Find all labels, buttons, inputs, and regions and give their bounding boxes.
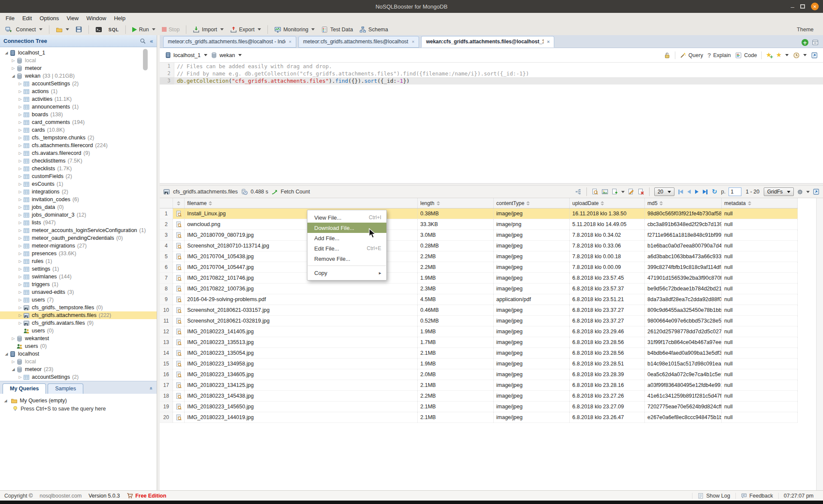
tree-toggle-icon[interactable]: ◢ (10, 74, 16, 78)
cell-preview[interactable] (173, 230, 185, 240)
tree-toggle-icon[interactable]: ▷ (17, 174, 23, 178)
tree-toggle-icon[interactable]: ▷ (17, 205, 23, 209)
view-mode-select[interactable]: GridFs (764, 187, 794, 196)
new-tab-button[interactable]: + (802, 39, 808, 46)
tree-toggle-icon[interactable]: ▷ (17, 105, 23, 109)
header-preview[interactable] (173, 198, 185, 208)
tree-toggle-icon[interactable]: ▷ (17, 151, 23, 155)
tab-samples[interactable]: Samples (48, 383, 83, 394)
breadcrumb-connection[interactable]: localhost_1 (165, 52, 207, 58)
tree-toggle-icon[interactable]: ▷ (17, 236, 23, 240)
tree-toggle-icon[interactable]: ▷ (17, 190, 23, 194)
tree-toggle-icon[interactable]: ▷ (17, 244, 23, 248)
document-tab[interactable]: meteor:cfs_gridfs.attachments.files@loca… (298, 36, 419, 48)
tree-toggle-icon[interactable]: ▷ (10, 58, 16, 63)
run-button[interactable]: Run (131, 26, 157, 33)
tree-item[interactable]: ◢ wekan (33 | 0.21GB) (0, 72, 157, 80)
add-document-button[interactable] (611, 188, 625, 195)
table-row[interactable]: 15 IMG_20180223_134958.jpg 1.9MB image/j… (160, 359, 798, 369)
monitoring-button[interactable]: Monitoring (273, 25, 316, 34)
preview-file-icon[interactable] (176, 296, 182, 303)
tree-item[interactable]: ▷ announcements (1) (0, 103, 157, 111)
tree-item[interactable]: ▷ accountSettings (2) (0, 80, 157, 88)
tree-toggle-icon[interactable]: ▷ (17, 375, 23, 379)
tree-item[interactable]: ▷ invitation_codes (6) (0, 196, 157, 203)
tree-toggle-icon[interactable]: ▷ (17, 259, 23, 263)
header-length[interactable]: length (418, 198, 494, 208)
table-row[interactable]: 19 IMG_20180223_145650.jpg 2.1MB image/j… (160, 401, 798, 412)
sql-button[interactable]: SQL (107, 26, 121, 33)
tree-toggle-icon[interactable]: ▷ (17, 251, 23, 256)
tree-item[interactable]: ▷ accountSettings (2) (0, 373, 157, 381)
tree-item[interactable]: ▷ integrations (2) (0, 188, 157, 196)
tree-toggle-icon[interactable]: ▷ (17, 290, 23, 294)
maximize-button[interactable] (800, 4, 805, 9)
preview-file-icon[interactable] (176, 329, 182, 335)
tree-toggle-icon[interactable]: ▷ (17, 282, 23, 287)
tree-item[interactable]: ◢ meteor (23) (0, 365, 157, 373)
close-tab-icon[interactable]: × (289, 39, 292, 44)
table-row[interactable]: 9 2016-04-29-solving-problems.pdf 4.5MB … (160, 294, 798, 305)
cell-preview[interactable] (173, 401, 185, 412)
tree-item[interactable]: ◢ localhost_1 (0, 49, 157, 57)
tree-toggle-icon[interactable]: ◢ (3, 398, 9, 403)
context-menu-item[interactable]: View File... Ctrl+I (307, 212, 386, 223)
cell-preview[interactable] (173, 208, 185, 219)
tree-toggle-icon[interactable]: ▷ (17, 267, 23, 271)
tree-item[interactable]: ▷ users (7) (0, 296, 157, 304)
preview-file-icon[interactable] (176, 382, 182, 389)
tree-item[interactable]: ▷ meteor (0, 64, 157, 72)
tree-item[interactable]: ▷ swimlanes (144) (0, 273, 157, 281)
collapse-panel-icon[interactable]: « (149, 386, 155, 390)
tree-item[interactable]: ▷ cfs.attachments.filerecord (224) (0, 142, 157, 149)
preview-file-icon[interactable] (176, 350, 182, 356)
tree-toggle-icon[interactable]: ▷ (17, 197, 23, 202)
tree-item[interactable]: ▷ settings (1) (0, 265, 157, 273)
tree-item[interactable]: ▷ cfs_gridfs.avatars.files (9) (0, 319, 157, 327)
tree-item[interactable]: ▷ activities (11.1K) (0, 95, 157, 103)
preview-file-icon[interactable] (176, 264, 182, 271)
tree-toggle-icon[interactable]: ▷ (17, 81, 23, 86)
table-row[interactable]: 8 IMG_20170822_100736.jpg 2.3MB image/jp… (160, 284, 798, 294)
cell-preview[interactable] (173, 326, 185, 337)
context-menu-item[interactable]: Copy ▸ (307, 268, 386, 278)
tree-item[interactable]: ▷ lists (947) (0, 219, 157, 226)
menu-item[interactable]: Window (82, 15, 110, 21)
tree-item[interactable]: ▷ actions (1) (0, 88, 157, 95)
tree-item[interactable]: ▷ rules (1) (0, 257, 157, 265)
tree-toggle-icon[interactable]: ◢ (3, 352, 9, 356)
preview-file-icon[interactable] (176, 211, 182, 217)
explain-button[interactable]: ? Explain (708, 52, 731, 59)
tree-item[interactable]: ▷ presences (33.6K) (0, 250, 157, 257)
add-favorite-icon[interactable]: ★+ (766, 52, 771, 58)
results-scrollbar[interactable] (816, 198, 823, 490)
tree-item[interactable]: ▷ checklistItems (7.5K) (0, 157, 157, 165)
tree-item[interactable]: ▷ cfs_gridfs.attachments.files (222) (0, 311, 157, 319)
preview-file-icon[interactable] (176, 307, 182, 314)
cell-preview[interactable] (173, 337, 185, 347)
preview-file-icon[interactable] (176, 254, 182, 260)
preview-file-icon[interactable] (176, 232, 182, 238)
table-row[interactable]: 4 Screenshot_20180710-113714.jpg 0.28MB … (160, 241, 798, 251)
table-row[interactable]: 17 IMG_20180223_134125.jpg 2.1MB image/j… (160, 380, 798, 391)
tree-toggle-icon[interactable]: ▷ (10, 336, 16, 341)
tree-toggle-icon[interactable]: ▷ (17, 305, 23, 310)
export-button[interactable]: Export (228, 25, 263, 34)
tree-toggle-icon[interactable]: ▷ (17, 120, 23, 124)
minimize-button[interactable]: – (791, 3, 794, 10)
free-edition-badge[interactable]: Free Edition (127, 492, 166, 499)
tree-item[interactable]: ▷ esCounts (1) (0, 180, 157, 188)
cell-preview[interactable] (173, 316, 185, 326)
tree-item[interactable]: ▷ meteor_accounts_loginServiceConfigurat… (0, 226, 157, 234)
tree-item[interactable]: ▷ local (0, 358, 157, 365)
tree-item[interactable]: ▷ wekantest (0, 335, 157, 342)
menu-item[interactable]: Edit (18, 15, 36, 21)
shell-button[interactable] (94, 25, 104, 34)
menu-item[interactable]: Options (36, 15, 63, 21)
table-row[interactable]: 5 IMG_20170704_105438.jpg 2.2MB image/jp… (160, 251, 798, 262)
table-row[interactable]: 14 IMG_20180223_135054.jpg 2.1MB image/j… (160, 348, 798, 359)
table-row[interactable]: 1 Install_Linux.jpg 0.38MB image/jpeg 16… (160, 208, 798, 219)
tree-toggle-icon[interactable]: ▷ (17, 313, 23, 317)
my-queries-root[interactable]: ◢ My Queries (empty) (3, 396, 157, 404)
query-builder-button[interactable]: Query (680, 52, 703, 59)
